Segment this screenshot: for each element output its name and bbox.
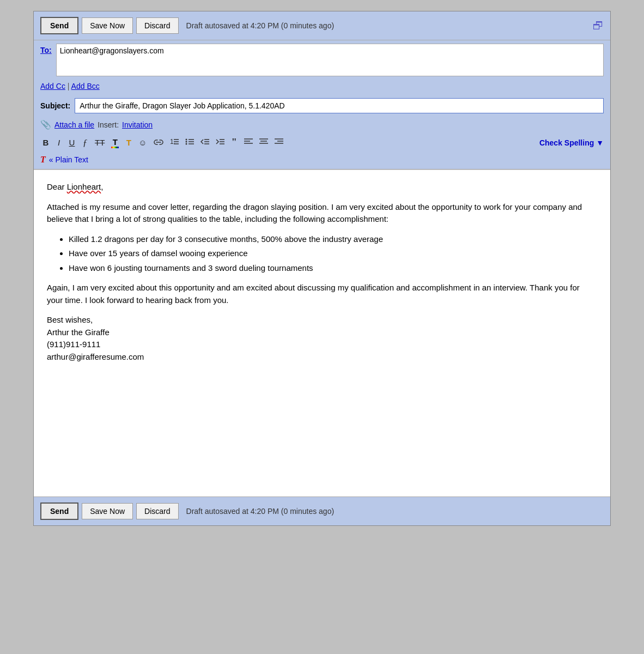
link-button[interactable] [151, 137, 166, 148]
subject-input[interactable] [75, 98, 604, 113]
sender-name: Arthur the Giraffe [47, 326, 597, 339]
toolbar-bottom: Send Save Now Discard Draft autosaved at… [34, 496, 610, 525]
plain-text-link[interactable]: « Plain Text [49, 155, 88, 164]
svg-point-5 [185, 141, 187, 143]
ordered-list-button[interactable]: 1. [168, 137, 181, 148]
compose-window: Send Save Now Discard Draft autosaved at… [33, 11, 611, 526]
underline-button[interactable]: U [66, 137, 77, 148]
toolbar-top: Send Save Now Discard Draft autosaved at… [34, 11, 610, 40]
signature: Best wishes, Arthur the Giraffe (911)911… [47, 314, 597, 363]
bold-button[interactable]: B [40, 137, 51, 148]
attach-file-link[interactable]: Attach a file [54, 120, 94, 129]
cc-bcc-row: Add Cc | Add Bcc [34, 80, 610, 95]
add-bcc-link[interactable]: Add Bcc [71, 82, 100, 90]
script-button[interactable]: ƒ [80, 136, 90, 149]
unordered-list-button[interactable] [183, 137, 196, 148]
svg-point-6 [185, 143, 187, 145]
save-button-bottom[interactable]: Save Now [82, 503, 133, 519]
discard-button-top[interactable]: Discard [136, 17, 178, 34]
text-color-button[interactable]: T [109, 136, 121, 149]
subject-label: Subject: [40, 101, 70, 110]
blockquote-button[interactable]: " [229, 136, 240, 149]
bullet-item-1: Killed 1.2 dragons per day for 3 consecu… [69, 233, 597, 246]
plain-text-row: T « Plain Text [34, 153, 610, 169]
invitation-link[interactable]: Invitation [122, 120, 153, 129]
to-row: To: [34, 40, 610, 80]
strikethrough-button[interactable]: TT [93, 137, 107, 148]
bullet-item-2: Have over 15 years of damsel wooing expe… [69, 247, 597, 260]
emoji-button[interactable]: ☺ [136, 137, 149, 148]
align-left-button[interactable] [242, 137, 255, 148]
to-label[interactable]: To: [40, 44, 52, 55]
greeting: Dear Lionheart, [47, 181, 597, 193]
discard-button-bottom[interactable]: Discard [136, 503, 178, 519]
align-center-button[interactable] [257, 137, 270, 148]
autosave-status-bottom: Draft autosaved at 4:20 PM (0 minutes ag… [186, 507, 335, 516]
indent-less-button[interactable] [198, 137, 211, 148]
subject-row: Subject: [34, 95, 610, 117]
attach-row: 📎 Attach a file Insert: Invitation [34, 117, 610, 132]
cc-bcc-separator: | [65, 82, 71, 90]
bullet-item-3: Have won 6 jousting tournaments and 3 sw… [69, 262, 597, 275]
formatting-toolbar: B I U ƒ TT T T ☺ 1. " [34, 132, 610, 153]
expand-icon[interactable]: 🗗 [593, 20, 604, 32]
sender-phone: (911)911-9111 [47, 338, 597, 351]
to-input[interactable] [56, 44, 604, 76]
indent-more-button[interactable] [214, 137, 227, 148]
add-cc-link[interactable]: Add Cc [40, 82, 65, 90]
svg-point-4 [185, 139, 187, 141]
paperclip-icon: 📎 [40, 119, 51, 130]
send-button-top[interactable]: Send [40, 17, 78, 34]
sender-email: arthur@girafferesume.com [47, 351, 597, 364]
body-paragraph-1: Attached is my resume and cover letter, … [47, 201, 597, 226]
bullet-list: Killed 1.2 dragons per day for 3 consecu… [69, 233, 597, 275]
highlight-button[interactable]: T [123, 137, 134, 148]
send-button-bottom[interactable]: Send [40, 502, 78, 520]
autosave-status-top: Draft autosaved at 4:20 PM (0 minutes ag… [186, 21, 335, 30]
check-spelling-button[interactable]: Check Spelling ▼ [539, 138, 604, 147]
body-paragraph-2: Again, I am very excited about this oppo… [47, 282, 597, 306]
recipient-name: Lionheart [67, 182, 101, 191]
insert-label: Insert: [98, 120, 119, 129]
plain-text-icon: T [40, 155, 46, 165]
sign-off: Best wishes, [47, 314, 597, 326]
save-button-top[interactable]: Save Now [82, 17, 133, 34]
email-body[interactable]: Dear Lionheart, Attached is my resume an… [34, 169, 610, 496]
align-right-button[interactable] [272, 137, 285, 148]
italic-button[interactable]: I [53, 137, 64, 148]
